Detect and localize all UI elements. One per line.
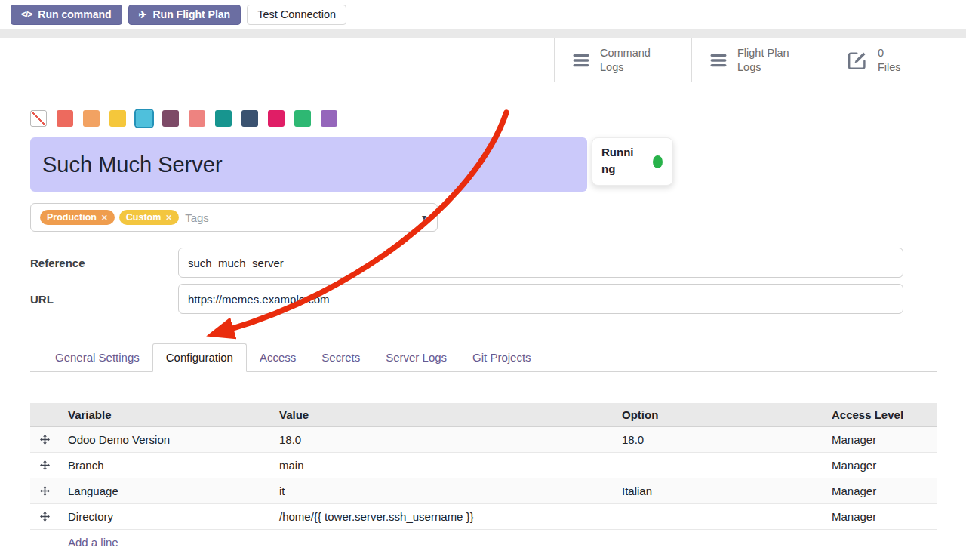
run-flight-plan-button[interactable]: ✈ Run Flight Plan [128, 5, 242, 25]
tag-label: Production [47, 212, 97, 223]
run-command-label: Run command [38, 8, 111, 20]
table-header-row: VariableValueOptionAccess Level [30, 403, 937, 427]
color-swatch-cyan[interactable] [136, 110, 152, 127]
cell-value[interactable]: /home/{{ tower.server.ssh_username }} [270, 510, 613, 523]
cell-variable[interactable]: Branch [59, 459, 270, 472]
cell-access-level[interactable]: Manager [823, 459, 937, 472]
status-label: Running [601, 144, 638, 177]
header-cell-variable: Variable [59, 408, 270, 421]
separator-strip [0, 29, 966, 38]
plane-icon: ✈ [139, 9, 147, 20]
code-icon: </> [21, 9, 32, 20]
header-cell-option: Option [613, 408, 823, 421]
reference-row: Reference [30, 248, 937, 278]
cell-value[interactable]: it [270, 485, 613, 497]
color-swatch-green[interactable] [294, 110, 311, 127]
list-icon [710, 54, 727, 67]
tags-placeholder: Tags [185, 211, 209, 224]
table-row[interactable]: LanguageitItalianManager [30, 478, 937, 504]
remove-tag-icon[interactable]: ✕ [101, 213, 108, 222]
cell-access-level[interactable]: Manager [823, 510, 937, 523]
run-flight-plan-label: Run Flight Plan [153, 8, 231, 20]
test-connection-label: Test Connection [257, 8, 336, 20]
tab-server-logs[interactable]: Server Logs [373, 344, 460, 371]
cell-access-level[interactable]: Manager [823, 485, 937, 497]
color-swatch-plum[interactable] [162, 110, 179, 127]
url-input[interactable] [178, 284, 903, 314]
cell-value[interactable]: 18.0 [270, 433, 613, 446]
tags-list: Production✕Custom✕ [40, 210, 179, 225]
tag-label: Custom [126, 212, 162, 223]
remove-tag-icon[interactable]: ✕ [165, 213, 172, 222]
configuration-table: VariableValueOptionAccess Level Odoo Dem… [30, 403, 937, 555]
table-row[interactable]: Odoo Demo Version18.018.0Manager [30, 427, 937, 453]
flight-plan-logs-button[interactable]: Flight Plan Logs [691, 38, 829, 82]
cell-variable[interactable]: Odoo Demo Version [59, 433, 270, 446]
color-swatch-yellow[interactable] [109, 110, 126, 127]
files-button[interactable]: 0 Files [829, 38, 966, 82]
tab-git-projects[interactable]: Git Projects [460, 344, 544, 371]
color-swatch-red[interactable] [57, 110, 73, 127]
tab-bar: General SettingsConfigurationAccessSecre… [30, 341, 937, 372]
url-row: URL [30, 284, 937, 314]
color-swatch-navy[interactable] [242, 110, 258, 127]
tag-custom[interactable]: Custom✕ [119, 210, 179, 225]
color-swatch-salmon[interactable] [189, 110, 205, 127]
header-cell-value: Value [270, 408, 613, 421]
table-row[interactable]: Directory/home/{{ tower.server.ssh_usern… [30, 504, 937, 530]
drag-handle[interactable] [30, 512, 59, 522]
cell-option[interactable]: 18.0 [613, 433, 823, 446]
reference-input[interactable] [178, 248, 903, 278]
table-body: Odoo Demo Version18.018.0ManagerBranchma… [30, 427, 937, 530]
color-swatch-purple[interactable] [321, 110, 337, 127]
color-swatch-teal[interactable] [215, 110, 232, 127]
color-swatch-no-color[interactable] [30, 110, 47, 127]
color-palette [30, 110, 937, 127]
header-cell-access-level: Access Level [823, 408, 937, 421]
files-label: Files [878, 60, 901, 75]
cell-access-level[interactable]: Manager [823, 433, 937, 446]
color-swatch-orange[interactable] [83, 110, 100, 127]
command-logs-button[interactable]: Command Logs [554, 38, 691, 82]
reference-label: Reference [30, 257, 178, 269]
flight-plan-logs-label: Flight Plan Logs [737, 46, 804, 75]
status-dot-green [653, 155, 663, 168]
add-a-line-link[interactable]: Add a line [59, 536, 270, 549]
tab-configuration[interactable]: Configuration [152, 343, 247, 372]
move-icon[interactable] [40, 512, 50, 522]
status-card: Running [592, 137, 673, 186]
server-name-row: Such Much Server Running [30, 137, 937, 192]
table-row[interactable]: BranchmainManager [30, 453, 937, 478]
add-line-row: Add a line [30, 530, 937, 555]
tab-general-settings[interactable]: General Settings [42, 344, 152, 371]
color-swatch-magenta[interactable] [268, 110, 285, 127]
tags-field[interactable]: Production✕Custom✕ Tags ▾ [30, 203, 438, 232]
tag-production[interactable]: Production✕ [40, 210, 115, 225]
cell-variable[interactable]: Language [59, 485, 270, 497]
drag-handle[interactable] [30, 435, 59, 445]
header-band: Command Logs Flight Plan Logs 0 Files [0, 38, 966, 82]
move-icon[interactable] [40, 486, 50, 496]
command-logs-label: Command Logs [600, 46, 666, 75]
test-connection-button[interactable]: Test Connection [247, 5, 346, 25]
server-name-input[interactable]: Such Much Server [30, 137, 587, 192]
move-icon[interactable] [40, 460, 50, 470]
top-toolbar: </> Run command ✈ Run Flight Plan Test C… [0, 0, 966, 29]
run-command-button[interactable]: </> Run command [11, 5, 122, 25]
main-content: Such Much Server Running Production✕Cust… [0, 110, 966, 555]
cell-option[interactable]: Italian [613, 485, 823, 497]
cell-value[interactable]: main [270, 459, 613, 472]
url-label: URL [30, 293, 178, 306]
files-count: 0 [878, 46, 901, 60]
cell-variable[interactable]: Directory [59, 510, 270, 523]
tab-secrets[interactable]: Secrets [309, 344, 373, 371]
dropdown-caret-icon[interactable]: ▾ [422, 212, 426, 223]
tab-access[interactable]: Access [247, 344, 309, 371]
move-icon[interactable] [40, 435, 50, 445]
drag-handle[interactable] [30, 460, 59, 470]
edit-icon [848, 51, 867, 70]
drag-handle[interactable] [30, 486, 59, 496]
list-icon [573, 54, 589, 67]
